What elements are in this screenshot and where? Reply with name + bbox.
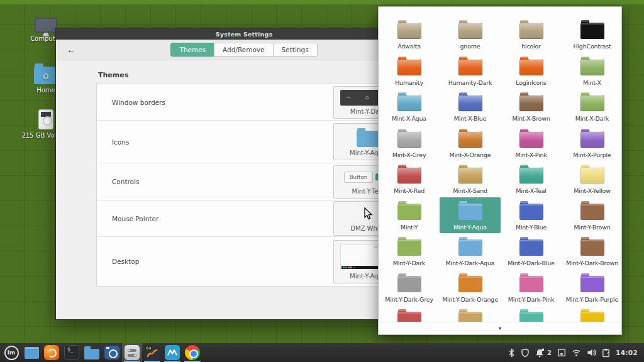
icon-theme-mint-y-dark[interactable]: Mint-Y-Dark <box>379 233 440 270</box>
icon-theme-label: Mint-Y-Aqua <box>453 224 487 231</box>
icon-theme-mint-y-dark-purple[interactable]: Mint-Y-Dark-Purple <box>562 270 621 306</box>
icon-theme-label: Mint-X-Yellow <box>574 187 611 194</box>
chrome-task[interactable] <box>182 343 203 362</box>
icon-theme-mint-y-aqua[interactable]: Mint-Y-Aqua <box>440 197 501 234</box>
icon-theme-label: Mint-X-Blue <box>454 115 486 122</box>
app-64bit-task[interactable]: 64 <box>142 343 162 362</box>
icon-theme-mint-x-blue[interactable]: Mint-X-Blue <box>440 89 501 125</box>
icon-theme-label: Mint-Y-Brown <box>574 224 610 231</box>
folder-icon <box>519 239 543 256</box>
theme-row-label: Mouse Pointer <box>112 215 333 222</box>
icon-theme-mint-y-dark-orange[interactable]: Mint-Y-Dark-Orange <box>440 270 501 306</box>
folder-icon <box>397 95 421 111</box>
icon-theme-mint-y-dark-pink[interactable]: Mint-Y-Dark-Pink <box>501 270 562 306</box>
minimize-icon: − <box>346 94 351 101</box>
window-title: System Settings <box>216 31 273 38</box>
cursor-icon <box>364 205 373 222</box>
folder-icon <box>519 167 543 184</box>
wifi-icon[interactable] <box>572 349 581 357</box>
icon-theme-mint-y-dark-grey[interactable]: Mint-Y-Dark-Grey <box>379 270 440 306</box>
icon-theme-label: Mint-Y-Dark-Pink <box>508 296 554 303</box>
folder-icon <box>397 276 421 292</box>
icon-theme-mint-x-aqua[interactable]: Mint-X-Aqua <box>379 89 440 125</box>
icon-theme-mint-x-teal[interactable]: Mint-X-Teal <box>501 161 562 197</box>
shield-icon[interactable] <box>521 348 530 358</box>
window-titlebar[interactable]: System Settings <box>56 28 432 40</box>
icon-theme-mint-x-sand[interactable]: Mint-X-Sand <box>440 161 501 197</box>
folder-icon <box>458 239 482 256</box>
computer-icon <box>35 18 57 33</box>
icon-theme-adwaita[interactable]: Adwaita <box>379 16 440 53</box>
system-settings-task[interactable] <box>122 343 142 362</box>
icon-theme-label: Mint-X-Purple <box>573 151 611 158</box>
icon-theme-label: Mint-Y-Dark <box>393 260 425 266</box>
theme-row-controls: Controls Button ✓ Mint-Y-Teal <box>97 163 410 200</box>
icon-theme-mint-y-brown[interactable]: Mint-Y-Brown <box>562 197 621 234</box>
icon-theme-humanity-dark[interactable]: Humanity-Dark <box>440 53 501 89</box>
theme-row-label: Window borders <box>112 99 333 106</box>
icon-theme-highcontrast[interactable]: HighContrast <box>562 16 621 53</box>
bluetooth-icon[interactable] <box>508 348 515 358</box>
tab-themes[interactable]: Themes <box>170 43 214 57</box>
theme-row-icons: Icons Mint-Y-Aqua <box>97 121 410 163</box>
icon-theme-label: HighContrast <box>573 43 611 50</box>
file-manager-launcher[interactable] <box>82 343 102 362</box>
icon-theme-hicolor[interactable]: hicolor <box>501 16 562 53</box>
icon-theme-mint-x-red[interactable]: Mint-X-Red <box>379 161 440 197</box>
icon-theme-mint-x-brown[interactable]: Mint-X-Brown <box>501 89 562 125</box>
firefox-launcher[interactable] <box>42 343 62 362</box>
chrome-icon <box>185 345 200 360</box>
icon-theme-label: Mint-Y-Dark-Blue <box>508 260 554 266</box>
icon-theme-mint-y-dark-brown[interactable]: Mint-Y-Dark-Brown <box>562 233 621 270</box>
icon-theme-gnome[interactable]: gnome <box>440 16 501 53</box>
folder-icon <box>519 95 543 111</box>
settings-toggles-icon <box>125 345 140 360</box>
folder-icon <box>519 131 543 148</box>
icon-theme-mint-y-blue[interactable]: Mint-Y-Blue <box>501 197 562 234</box>
tab-add-remove[interactable]: Add/Remove <box>214 43 273 57</box>
folder-icon <box>458 276 482 292</box>
theme-row-mouse-pointer: Mouse Pointer DMZ-White <box>97 200 410 237</box>
volume-icon[interactable] <box>587 348 596 357</box>
back-button[interactable]: ← <box>64 43 78 56</box>
icon-theme-label: Mint-X-Grey <box>392 151 426 158</box>
folder-icon <box>397 131 421 148</box>
display-icon[interactable] <box>557 348 566 357</box>
folder-icon <box>458 204 482 220</box>
folder-icon <box>519 276 543 292</box>
icon-theme-humanity[interactable]: Humanity <box>379 53 440 89</box>
icon-theme-mint-x[interactable]: Mint-X <box>562 53 621 89</box>
icon-theme-mint-x-dark[interactable]: Mint-X-Dark <box>562 89 621 125</box>
mint-logo-icon: lm <box>4 346 19 360</box>
icon-theme-mint-x-yellow[interactable]: Mint-X-Yellow <box>562 161 621 197</box>
clipboard-icon[interactable] <box>602 348 610 358</box>
folder-icon <box>580 167 604 184</box>
taskbar-launchers: lm $_ 64 <box>0 343 203 362</box>
icon-theme-label: Mint-Y-Dark-Brown <box>566 260 618 266</box>
folder-icon <box>580 131 604 148</box>
icon-theme-mint-x-orange[interactable]: Mint-X-Orange <box>440 125 501 162</box>
folder-icon <box>397 167 421 184</box>
icon-theme-label: Mint-X-Orange <box>450 151 491 158</box>
icon-theme-mint-x-purple[interactable]: Mint-X-Purple <box>562 125 621 162</box>
icon-theme-mint-x-pink[interactable]: Mint-X-Pink <box>501 125 562 162</box>
tab-bar: Themes Add/Remove Settings <box>170 43 317 57</box>
scroll-down-button[interactable]: ▾ <box>379 322 621 334</box>
tab-settings[interactable]: Settings <box>273 43 318 57</box>
icon-theme-mint-y[interactable]: Mint-Y <box>379 197 440 234</box>
icon-theme-mint-y-dark-aqua[interactable]: Mint-Y-Dark-Aqua <box>440 233 501 270</box>
notifications-icon[interactable] <box>535 348 545 358</box>
icon-theme-mint-x-grey[interactable]: Mint-X-Grey <box>379 125 440 162</box>
screenshot-launcher[interactable] <box>102 343 122 362</box>
icon-theme-loginicons[interactable]: LoginIcons <box>501 53 562 89</box>
icon-theme-mint-y-dark-blue[interactable]: Mint-Y-Dark-Blue <box>501 233 562 270</box>
terminal-launcher[interactable]: $_ <box>62 343 82 362</box>
mint-menu-button[interactable]: lm <box>1 343 21 362</box>
folder-icon <box>519 23 543 39</box>
show-desktop-button[interactable] <box>21 343 42 362</box>
system-monitor-task[interactable] <box>162 343 182 362</box>
section-heading: Themes <box>98 71 128 79</box>
theme-row-label: Desktop <box>112 258 333 265</box>
icon-theme-label: LoginIcons <box>516 79 546 86</box>
window-toolbar: ← Themes Add/Remove Settings <box>56 40 432 60</box>
